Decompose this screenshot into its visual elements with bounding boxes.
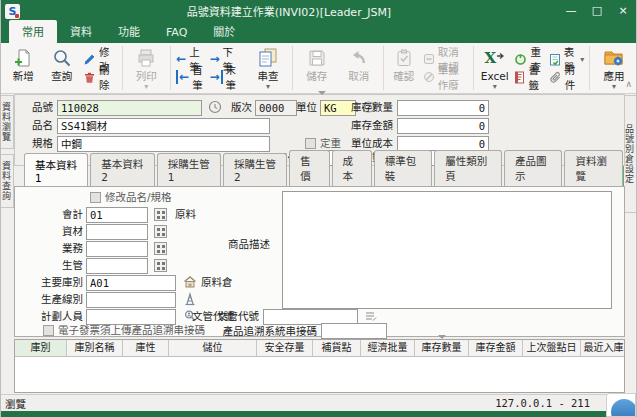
corner-card [606,393,636,417]
accounting-field[interactable]: 01 [86,207,148,223]
form-attach-stack: 表單 ▾ 附件 [547,45,586,91]
minimize-button[interactable]: — [558,2,584,20]
ribbon-tab-1[interactable]: 常用 [9,20,57,43]
material-field[interactable] [86,224,148,240]
group-tools: X Excel ▾ 重查 書籤 [474,43,589,93]
status-mode: 瀏覽 [5,396,26,411]
query-button[interactable]: 查詢 [42,45,80,91]
spec-field[interactable]: 中鋼 [57,136,270,152]
undo-confirm-icon [423,53,435,65]
detail-tab-3[interactable]: 採購生管1 [157,153,221,186]
app-logo-icon: S [5,4,20,19]
ribbon-tab-3[interactable]: 功能 [105,20,153,43]
stock-amt-label: 庫存金額 [345,118,393,133]
pencil-icon [83,53,96,66]
ribbon-tab-2[interactable]: 資料 [57,20,105,43]
ribbon-collapse-icon[interactable]: ∧ [625,79,632,89]
doc-code-label: 文管代號 [207,309,259,324]
cancel-button[interactable]: 取消 [338,45,380,91]
requery-bookmark-stack: 重查 書籤 [512,45,546,91]
accounting-label: 會計 [23,207,83,222]
warehouse-grid: 庫別庫別名稱庫性儲位安全存量補貨點經濟批量庫存數量庫存金額上次盤點日最近入庫日最… [14,339,625,393]
detail-tab-6[interactable]: 成本 [332,150,372,186]
sales-field[interactable] [86,241,148,257]
detail-tab-7[interactable]: 標準包裝 [374,150,433,186]
detail-tab-4[interactable]: 採購生管2 [223,153,287,186]
detail-tab-1[interactable]: 基本資料1 [24,153,88,187]
version-field[interactable]: 0000 [255,100,297,116]
grid-column-header-11[interactable]: 最近入庫日 [581,340,625,356]
void-document-button[interactable]: 單據作廢 [421,70,471,85]
arrow-first-icon: ← [176,70,189,84]
grid-column-header-1[interactable]: 庫別 [15,340,67,356]
history-clock-icon [208,100,223,115]
side-tab-item-2[interactable]: 資料查詢 [1,154,14,208]
first-record-button[interactable]: ← 首筆 [174,70,207,85]
new-button[interactable]: 新增 [4,45,42,91]
maximize-button[interactable]: □ [584,2,610,20]
detail-tab-8[interactable]: 屬性類別頁 [434,150,502,186]
ribbon-tab-5[interactable]: 關於 [200,20,248,43]
attachment-button[interactable]: 附件 [547,70,586,85]
material-lookup-button[interactable] [154,225,167,238]
confirm-button[interactable]: 確認 [387,45,421,91]
grid-header-row: 庫別庫別名稱庫性儲位安全存量補貨點經濟批量庫存數量庫存金額上次盤點日最近入庫日最… [15,340,624,357]
refresh-icon [514,53,527,66]
grid-column-header-7[interactable]: 經濟批量 [361,340,415,356]
last-record-button[interactable]: → 末筆 [208,70,241,85]
warehouse-icon [183,275,198,290]
detail-tab-2[interactable]: 基本資料2 [90,153,154,186]
trace-code-field[interactable] [321,323,387,339]
grid-column-header-3[interactable]: 庫性 [123,340,169,356]
item-name-field[interactable]: SS41鋼材 [57,118,270,134]
item-no-field[interactable]: 110028 [57,100,202,116]
prodctrl-lookup-button[interactable] [154,259,167,272]
ribbon-tab-4[interactable]: FAQ [153,23,200,43]
side-tab-item-1[interactable]: 資料瀏覽 [1,95,14,149]
delete-button[interactable]: 刪除 [81,70,119,85]
description-label: 商品描述 [215,237,270,252]
planner-field[interactable] [86,309,176,325]
accounting-lookup-button[interactable] [154,208,167,221]
prod-line-field[interactable] [86,292,176,308]
grid-column-header-4[interactable]: 儲位 [169,340,257,356]
einvoice-checkbox[interactable] [43,325,54,336]
detail-tab-10[interactable]: 資料瀏覽 [564,150,623,186]
grid-column-header-8[interactable]: 庫存數量 [415,340,469,356]
print-button[interactable]: 列印 ▾ [125,45,167,91]
main-warehouse-desc: 原料倉 [201,275,243,290]
paperclip-icon [549,71,562,84]
new-document-icon [13,47,33,69]
chain-query-button[interactable]: 串查 ▾ [247,45,289,91]
grid-column-header-6[interactable]: 補貨點 [313,340,361,356]
save-button[interactable]: 儲存 [296,45,338,91]
sales-lookup-button[interactable] [154,242,167,255]
grid-column-header-9[interactable]: 庫存金額 [469,340,523,356]
grid-column-header-2[interactable]: 庫別名稱 [67,340,123,356]
close-button[interactable]: × [610,2,636,20]
folder-gear-icon [603,47,625,69]
window-bottom-edge [1,411,637,417]
doc-lines-icon[interactable] [363,309,378,324]
status-connection: 127.0.0.1 - 211 [495,397,590,409]
grid-body[interactable] [15,357,624,393]
nav-col-prev: ← 上筆 ← 首筆 [174,45,207,91]
excel-button[interactable]: X Excel ▾ [477,45,512,91]
corner-globe-logo [611,399,636,417]
group-record-actions: 新增 查詢 修改 刪除 [1,43,122,93]
splitter-grip-top[interactable] [315,91,329,97]
detail-tab-9[interactable]: 產品圖示 [504,150,563,186]
fixed-weight-checkbox[interactable] [305,138,316,149]
dropdown-arrow-icon: ▾ [144,83,148,90]
detail-tab-5[interactable]: 售價 [289,150,329,186]
grid-column-header-5[interactable]: 安全存量 [257,340,313,356]
ribbon-toolbar: 新增 查詢 修改 刪除 [1,43,637,94]
accounting-desc: 原料 [175,207,205,222]
bookmark-button[interactable]: 書籤 [512,70,546,85]
modify-name-spec-checkbox[interactable] [90,192,101,203]
production-line-lookup-icon[interactable] [183,292,198,307]
main-warehouse-field[interactable]: A01 [86,275,176,291]
grid-column-header-10[interactable]: 上次盤點日 [523,340,581,356]
prodctrl-field[interactable] [86,258,148,274]
description-textarea[interactable] [282,191,612,309]
